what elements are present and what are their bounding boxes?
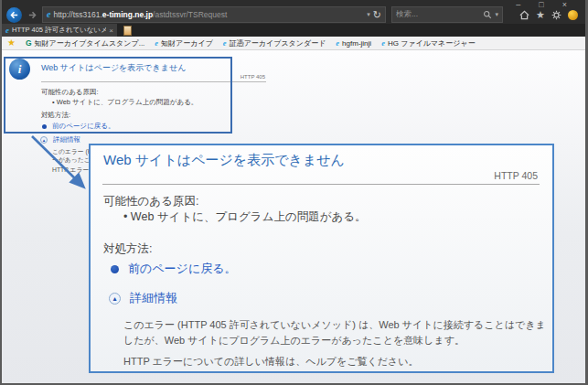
search-placeholder: 検索... xyxy=(396,9,480,20)
url-dropdown-icon[interactable]: ▾ xyxy=(367,11,370,18)
smiley-feedback-icon[interactable] xyxy=(568,10,578,20)
favorite-label: HG ファイルマネージャー xyxy=(388,38,476,48)
favorite-label: hgfm-jinji xyxy=(342,39,371,48)
favorite-label: 知財アーカイブタイムスタンプ... xyxy=(35,38,145,48)
favorite-item[interactable]: e 証憑アーカイブスタンダード xyxy=(223,38,326,48)
fix-heading: 対処方法: xyxy=(103,241,152,257)
http-status-code: HTTP 405 xyxy=(494,170,538,181)
tab-http-405[interactable]: e HTTP 405 許可されていないメ... × xyxy=(2,24,117,37)
gear-icon[interactable] xyxy=(551,10,561,20)
ie-favicon-icon: e xyxy=(155,39,158,48)
tab-favicon-icon: e xyxy=(5,27,9,35)
page-favicon-icon: e xyxy=(47,10,50,19)
favorites-bar: ★ G 知財アーカイブタイムスタンプ... e 知財アーカイブ e 証憑アーカイ… xyxy=(2,37,585,50)
tab-title: HTTP 405 許可されていないメ... xyxy=(12,26,106,35)
favorite-label: 証憑アーカイブスタンダード xyxy=(230,38,326,48)
ie-favicon-icon: e xyxy=(223,39,227,48)
refresh-icon[interactable]: ↻ xyxy=(373,10,381,20)
search-dropdown-icon[interactable]: ▾ xyxy=(495,11,498,18)
cause-heading: 可能性のある原因: xyxy=(103,194,198,209)
tab-close-icon[interactable]: × xyxy=(109,27,113,35)
favorite-item[interactable]: e HG ファイルマネージャー xyxy=(381,38,476,48)
annotation-rectangle xyxy=(4,57,232,134)
new-tab-button[interactable] xyxy=(123,26,132,36)
favorite-item[interactable]: G 知財アーカイブタイムスタンプ... xyxy=(26,38,144,48)
home-icon[interactable] xyxy=(519,10,529,20)
error-callout-inset: Web サイトはページを表示できません HTTP 405 可能性のある原因: W… xyxy=(89,144,554,373)
details-paragraph: HTTP エラーについての詳しい情報は、ヘルプをご覧ください。 xyxy=(123,354,549,369)
forward-button[interactable] xyxy=(26,8,38,21)
custom-favicon-icon: G xyxy=(26,39,32,48)
back-link-row: 前のページに戻る。 xyxy=(111,261,237,277)
details-link[interactable]: 詳細情報 xyxy=(130,290,177,306)
bullet-icon xyxy=(111,265,119,273)
forward-arrow-icon xyxy=(27,10,37,20)
error-title: Web サイトはページを表示できません xyxy=(103,152,345,169)
ie-favicon-icon: e xyxy=(336,39,339,48)
browser-action-icons: ★ xyxy=(519,10,578,20)
favorites-star-icon[interactable]: ★ xyxy=(536,10,545,20)
ie-favicon-icon: e xyxy=(381,39,385,48)
url-text: http://tss3161.e-timing.ne.jp/astdtssvr/… xyxy=(53,10,364,19)
back-link[interactable]: 前のページに戻る。 xyxy=(128,261,237,277)
back-arrow-icon xyxy=(9,10,19,20)
favorite-label: 知財アーカイブ xyxy=(161,38,213,48)
details-link-row: ▴ 詳細情報 xyxy=(109,290,177,306)
address-bar[interactable]: e http://tss3161.e-timing.ne.jp/astdtssv… xyxy=(42,6,386,23)
cause-bullet: Web サイトに、プログラム上の問題がある。 xyxy=(123,209,367,225)
search-box[interactable]: 検索... ▾ xyxy=(391,6,503,23)
chevron-up-circle-icon: ▴ xyxy=(109,293,121,305)
add-favorite-star-icon[interactable]: ★ xyxy=(7,38,16,48)
annotation-arrow xyxy=(25,131,98,199)
tab-bar: e HTTP 405 許可されていないメ... × xyxy=(2,24,585,37)
browser-chrome: – □ × e http://tss3161.e-timing.ne.jp/as… xyxy=(2,0,585,24)
search-icon[interactable] xyxy=(483,10,492,19)
page-content: i Web サイトはページを表示できません HTTP 405 可能性のある原因:… xyxy=(2,50,585,383)
browser-window: – □ × e http://tss3161.e-timing.ne.jp/as… xyxy=(0,0,588,385)
favorite-item[interactable]: e hgfm-jinji xyxy=(336,39,371,48)
details-paragraph: このエラー (HTTP 405 許可されていないメソッド) は、Web サイトに… xyxy=(123,317,549,348)
favorite-item[interactable]: e 知財アーカイブ xyxy=(155,38,213,48)
back-button[interactable] xyxy=(6,7,22,23)
divider xyxy=(102,184,540,185)
navigation-bar: e http://tss3161.e-timing.ne.jp/astdtssv… xyxy=(6,6,578,23)
